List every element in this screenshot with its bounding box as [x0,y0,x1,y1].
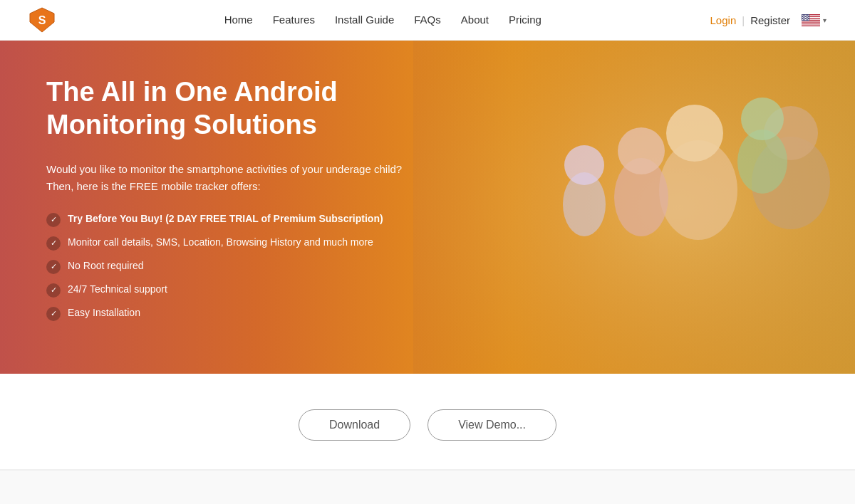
chevron-down-icon: ▾ [823,16,826,24]
view-demo-button[interactable]: View Demo... [428,409,556,441]
svg-point-21 [804,16,804,17]
svg-point-12 [804,14,804,15]
svg-point-25 [803,18,804,19]
svg-point-15 [808,14,809,15]
check-icon: ✓ [46,283,61,298]
hero-feature-text: 24/7 Technical support [68,283,167,297]
nav-item-install-guide[interactable]: Install Guide [335,14,394,26]
svg-text:S: S [38,14,46,26]
nav-item-about[interactable]: About [461,14,489,26]
svg-point-42 [618,127,665,174]
navbar-right: Login | Register [710,14,826,26]
cta-section: Download View Demo... [0,374,855,470]
download-button[interactable]: Download [299,409,410,441]
nav-item-pricing[interactable]: Pricing [509,14,542,26]
hero-feature-item: ✓ Easy Installation [46,306,431,321]
logo-icon: S [28,6,56,33]
svg-rect-9 [802,25,820,26]
svg-point-40 [741,98,784,140]
svg-point-11 [802,14,803,15]
svg-point-16 [803,16,804,16]
svg-point-23 [807,16,807,17]
svg-point-20 [802,16,803,17]
svg-point-33 [808,19,809,19]
nav-separator: | [742,14,745,26]
svg-point-19 [807,16,808,16]
nav-item-features[interactable]: Features [273,14,315,26]
svg-point-13 [805,14,806,15]
check-icon: ✓ [46,307,61,321]
svg-point-26 [804,18,805,19]
hero-content: The All in One Android Monitoring Soluti… [46,76,431,330]
svg-point-30 [804,19,804,19]
hero-feature-item: ✓ 24/7 Technical support [46,283,431,298]
register-link[interactable]: Register [750,14,790,26]
svg-point-38 [666,105,723,162]
hero-feature-item: ✓ Try Before You Buy! (2 DAY FREE TRIAL … [46,212,431,227]
check-icon: ✓ [46,260,61,274]
svg-point-44 [564,145,604,185]
navbar: S Home Features Install Guide FAQs About… [0,0,855,41]
svg-rect-8 [802,23,820,24]
svg-point-18 [806,16,807,16]
login-link[interactable]: Login [710,14,737,26]
nav-item-home[interactable]: Home [224,14,253,26]
svg-point-24 [808,16,809,17]
svg-point-17 [804,16,805,16]
svg-point-27 [806,18,807,19]
svg-point-31 [805,19,806,19]
hero-family-image [413,41,855,374]
hero-features-list: ✓ Try Before You Buy! (2 DAY FREE TRIAL … [46,212,431,321]
svg-point-14 [807,14,807,15]
us-flag-icon [802,14,820,26]
hero-feature-text: No Root required [68,259,144,273]
family-illustration [413,41,855,374]
svg-point-22 [805,16,806,17]
hero-feature-item: ✓ No Root required [46,259,431,274]
hero-title: The All in One Android Monitoring Soluti… [46,76,431,141]
hero-feature-text: Easy Installation [68,306,140,320]
check-icon: ✓ [46,213,61,227]
nav-item-faqs[interactable]: FAQs [414,14,441,26]
hero-feature-text: Monitor call details, SMS, Location, Bro… [68,236,373,250]
cta-buttons: Download View Demo... [299,409,556,441]
check-icon: ✓ [46,236,61,251]
svg-point-32 [807,19,807,19]
bottom-bar [0,470,855,504]
hero-feature-item: ✓ Monitor call details, SMS, Location, B… [46,236,431,251]
logo[interactable]: S [28,6,56,33]
svg-point-29 [802,19,803,19]
svg-rect-7 [802,21,820,22]
hero-section: The All in One Android Monitoring Soluti… [0,41,855,374]
svg-point-28 [807,18,808,19]
language-selector[interactable]: ▾ [802,14,826,26]
nav-links: Home Features Install Guide FAQs About P… [224,14,542,26]
hero-subtitle: Would you like to monitor the smartphone… [46,161,431,195]
hero-feature-text: Try Before You Buy! (2 DAY FREE TRIAL of… [68,212,383,226]
